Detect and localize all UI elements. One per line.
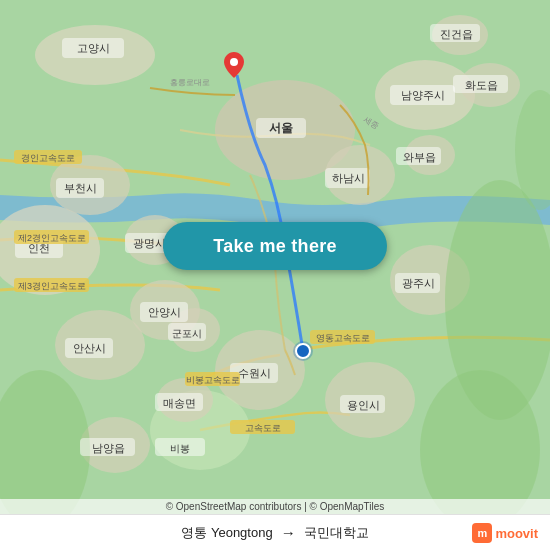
svg-text:안산시: 안산시: [73, 342, 106, 354]
moovit-icon: m: [472, 523, 492, 543]
svg-text:군포시: 군포시: [172, 328, 202, 339]
moovit-logo: m moovit: [472, 523, 538, 543]
moovit-brand: moovit: [495, 526, 538, 541]
destination-pin: [224, 52, 244, 78]
bottom-bar: 영통 Yeongtong → 국민대학교 m moovit: [0, 514, 550, 550]
destination-text: 국민대학교: [304, 524, 369, 542]
svg-text:하남시: 하남시: [332, 172, 365, 184]
svg-text:진건읍: 진건읍: [440, 28, 473, 40]
svg-text:남양읍: 남양읍: [92, 442, 125, 454]
svg-text:안양시: 안양시: [148, 306, 181, 318]
svg-text:부천시: 부천시: [64, 182, 97, 194]
svg-text:수원시: 수원시: [238, 367, 271, 379]
svg-text:경인고속도로: 경인고속도로: [21, 153, 75, 163]
svg-text:용인시: 용인시: [347, 399, 380, 411]
svg-text:고양시: 고양시: [77, 42, 110, 54]
svg-text:광명시: 광명시: [133, 237, 166, 249]
take-me-there-button[interactable]: Take me there: [163, 222, 387, 270]
svg-point-76: [230, 58, 238, 66]
svg-text:서울: 서울: [269, 121, 293, 135]
svg-text:매송면: 매송면: [163, 397, 196, 409]
svg-text:광주시: 광주시: [402, 277, 435, 289]
svg-text:비봉고속도로: 비봉고속도로: [186, 375, 240, 385]
svg-text:와부읍: 와부읍: [403, 151, 436, 163]
svg-text:영동고속도로: 영동고속도로: [316, 333, 370, 343]
arrow-icon: →: [281, 524, 296, 541]
svg-text:비봉: 비봉: [170, 443, 190, 454]
svg-text:고속도로: 고속도로: [245, 423, 281, 433]
origin-text: 영통 Yeongtong: [181, 524, 272, 542]
svg-text:제2경인고속도로: 제2경인고속도로: [18, 233, 86, 243]
map-container: 고양시 서울 인천 부천시 광명시 안양시 안산시 군포시 수원시 광주시 하남…: [0, 0, 550, 550]
svg-text:제3경인고속도로: 제3경인고속도로: [18, 281, 86, 291]
map-attribution: © OpenStreetMap contributors | © OpenMap…: [0, 499, 550, 514]
current-location-dot: [295, 343, 311, 359]
svg-text:홍릉로대로: 홍릉로대로: [170, 78, 210, 87]
svg-text:남양주시: 남양주시: [401, 89, 445, 101]
svg-text:화도읍: 화도읍: [465, 79, 498, 91]
